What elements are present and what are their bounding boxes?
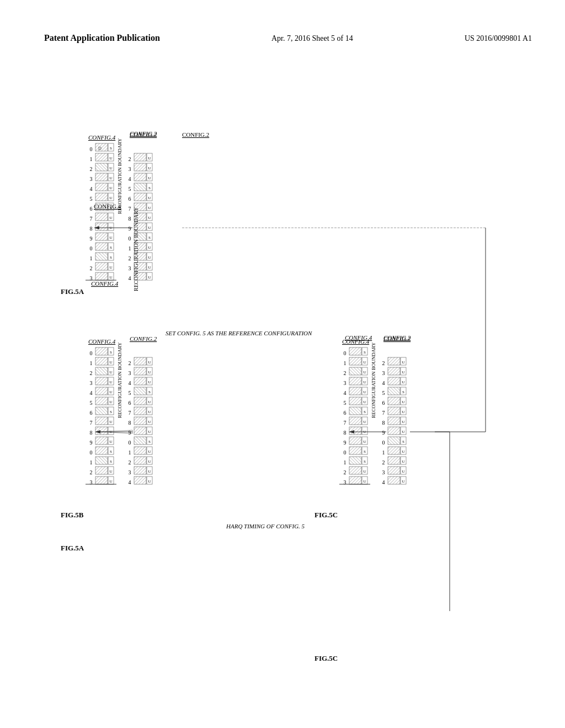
- svg-rect-90: [95, 417, 108, 425]
- svg-rect-148: [134, 427, 146, 435]
- svg-text:S: S: [110, 459, 112, 464]
- svg-text:U: U: [109, 360, 112, 365]
- svg-text:1: 1: [129, 449, 131, 456]
- col-num: 2: [129, 156, 131, 162]
- svg-rect-45: [134, 213, 146, 221]
- cell-label-u: U: [109, 176, 112, 180]
- svg-text:S: S: [110, 410, 112, 414]
- svg-text:U: U: [148, 380, 151, 384]
- svg-text:4: 4: [129, 380, 131, 386]
- cell-label-u: U: [148, 156, 151, 160]
- svg-text:U: U: [148, 360, 151, 365]
- svg-text:0: 0: [90, 449, 93, 456]
- cell-label-s: S: [110, 255, 112, 260]
- svg-text:U: U: [363, 370, 366, 374]
- svg-rect-199: [349, 407, 361, 415]
- svg-rect-94: [95, 427, 108, 435]
- cell-label-u: U: [148, 255, 151, 260]
- svg-text:1: 1: [90, 360, 93, 366]
- svg-rect-35: [134, 163, 146, 171]
- svg-text:3: 3: [129, 370, 131, 376]
- svg-text:U: U: [402, 370, 404, 374]
- svg-rect-43: [134, 203, 146, 211]
- svg-rect-203: [349, 417, 361, 425]
- svg-rect-191: [349, 387, 361, 395]
- cell-label-u: U: [109, 156, 112, 160]
- svg-text:4: 4: [382, 380, 385, 386]
- svg-rect-207: [349, 427, 361, 435]
- svg-rect-164: [134, 467, 146, 474]
- svg-text:5: 5: [382, 390, 385, 396]
- svg-text:9: 9: [344, 440, 347, 446]
- svg-text:2: 2: [129, 360, 131, 366]
- svg-rect-277: [388, 467, 400, 474]
- svg-text:U: U: [402, 380, 404, 384]
- svg-text:4: 4: [344, 390, 347, 396]
- svg-rect-273: [388, 457, 400, 464]
- fig5a-config2-label: CONFIG.2: [182, 131, 209, 138]
- svg-text:U: U: [148, 400, 151, 404]
- svg-rect-281: [388, 477, 400, 484]
- svg-rect-98: [95, 437, 108, 445]
- harq-timing-text: HARQ TIMING OF CONFIG. 5: [226, 523, 305, 529]
- svg-rect-237: [388, 367, 400, 375]
- svg-rect-110: [95, 467, 108, 474]
- svg-text:0: 0: [90, 350, 93, 356]
- svg-rect-24: [95, 243, 108, 250]
- svg-rect-37: [134, 173, 146, 181]
- svg-rect-140: [134, 407, 146, 415]
- fig5a-config4-proper: CONFIG.4: [91, 280, 119, 287]
- svg-text:9: 9: [90, 440, 93, 446]
- svg-text:U: U: [148, 370, 151, 374]
- fig5b-config4-group: CONFIG.4 0 S 1 U 2 U 3 U 4: [86, 338, 122, 485]
- cell-label-u: U: [148, 216, 151, 220]
- svg-text:3: 3: [382, 370, 385, 376]
- svg-text:U: U: [109, 479, 112, 484]
- fig5b-label: FIG.5B: [61, 511, 84, 519]
- fig5a-reconfig-text: RECONFIGURATION BOUNDARY: [117, 138, 122, 214]
- svg-rect-179: [349, 357, 361, 365]
- publication-title: Patent Application Publication: [44, 33, 160, 43]
- svg-text:U: U: [363, 469, 366, 474]
- svg-rect-30: [95, 272, 108, 280]
- svg-text:S: S: [402, 390, 404, 394]
- cell-label-u: U: [148, 226, 151, 230]
- fig5b-config2: CONFIG.2: [130, 335, 157, 342]
- cell-label-u: U: [109, 235, 112, 240]
- svg-rect-124: [134, 367, 146, 375]
- svg-text:S: S: [402, 440, 404, 444]
- svg-text:U: U: [109, 380, 112, 384]
- page-header: Patent Application Publication Apr. 7, 2…: [44, 33, 532, 43]
- svg-text:8: 8: [382, 420, 385, 426]
- svg-text:S: S: [110, 449, 112, 454]
- svg-rect-18: [95, 213, 108, 221]
- fig5b-set-config-text: SET CONFIG. 5 AS THE REFERENCE CONFIGURA…: [166, 330, 312, 336]
- svg-text:2: 2: [129, 459, 131, 465]
- svg-rect-227: [349, 477, 361, 484]
- fig5c-config4-top: CONFIG.4: [345, 334, 372, 341]
- col-num: 4: [129, 275, 131, 281]
- col-num: 0: [90, 245, 93, 251]
- cell-label-u: U: [148, 245, 151, 250]
- svg-rect-6: [95, 153, 108, 161]
- col-num: 7: [90, 216, 93, 222]
- svg-text:U: U: [148, 479, 151, 484]
- svg-rect-70: [95, 367, 108, 375]
- svg-rect-12: [95, 183, 108, 191]
- svg-rect-183: [349, 367, 361, 375]
- svg-rect-102: [95, 447, 108, 454]
- svg-rect-33: [134, 153, 146, 161]
- cell-label-s: S: [110, 146, 112, 151]
- col-num: 8: [90, 226, 93, 232]
- col-num: 9: [90, 235, 93, 242]
- svg-rect-195: [349, 397, 361, 405]
- publication-date-sheet: Apr. 7, 2016 Sheet 5 of 14: [271, 34, 353, 43]
- svg-rect-4: [95, 143, 108, 151]
- svg-text:6: 6: [344, 410, 347, 416]
- col-num: 5: [129, 186, 131, 192]
- svg-rect-168: [134, 477, 146, 484]
- svg-rect-8: [95, 163, 108, 171]
- svg-rect-223: [349, 467, 361, 474]
- svg-rect-114: [95, 477, 108, 484]
- svg-text:U: U: [402, 400, 404, 404]
